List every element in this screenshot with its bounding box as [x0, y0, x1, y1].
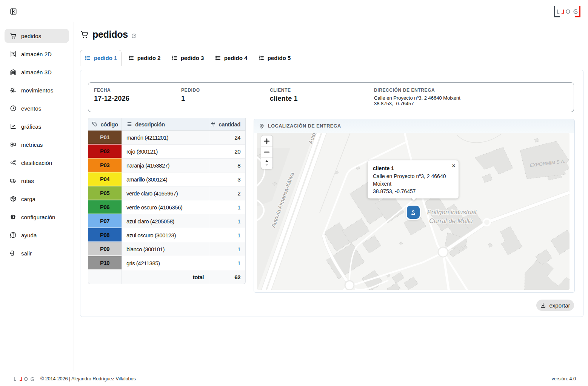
svg-text:Corral de Mollà: Corral de Mollà	[429, 217, 473, 225]
svg-text:Polígon industrial: Polígon industrial	[427, 209, 477, 216]
